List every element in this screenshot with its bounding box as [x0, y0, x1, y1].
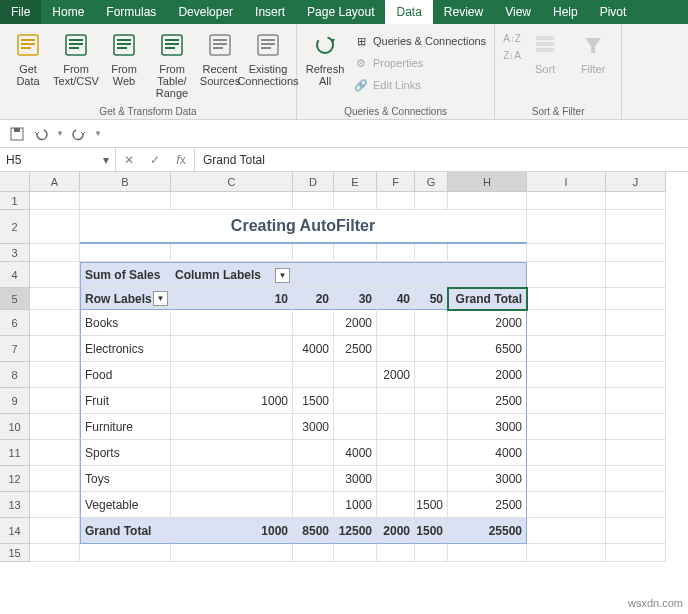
data-cell[interactable] [171, 466, 293, 492]
data-cell[interactable] [415, 466, 448, 492]
cell[interactable] [171, 244, 293, 262]
data-cell[interactable] [334, 414, 377, 440]
row-header[interactable]: 4 [0, 262, 30, 288]
cell[interactable] [377, 192, 415, 210]
column-header[interactable]: F [377, 172, 415, 192]
column-header[interactable]: G [415, 172, 448, 192]
cell[interactable] [606, 388, 666, 414]
row-header[interactable]: 12 [0, 466, 30, 492]
cell[interactable] [30, 518, 80, 544]
column-header[interactable]: C [171, 172, 293, 192]
tab-formulas[interactable]: Formulas [95, 0, 167, 24]
row-label[interactable]: Vegetable [80, 492, 171, 518]
data-cell[interactable]: 4000 [334, 440, 377, 466]
tab-file[interactable]: File [0, 0, 41, 24]
row-label[interactable]: Electronics [80, 336, 171, 362]
cell[interactable] [30, 362, 80, 388]
grand-total-row-label[interactable]: Grand Total [80, 518, 171, 544]
row-header[interactable]: 13 [0, 492, 30, 518]
row-total[interactable]: 2500 [448, 492, 527, 518]
from-table-range-button[interactable]: From Table/Range [148, 27, 196, 99]
data-cell[interactable]: 3000 [334, 466, 377, 492]
row-label[interactable]: Toys [80, 466, 171, 492]
column-header[interactable]: I [527, 172, 606, 192]
row-header[interactable]: 1 [0, 192, 30, 210]
cell[interactable] [293, 244, 334, 262]
cell[interactable] [30, 440, 80, 466]
cell[interactable] [334, 544, 377, 562]
row-total[interactable]: 4000 [448, 440, 527, 466]
filter-dropdown[interactable]: ▼ [275, 268, 290, 283]
data-cell[interactable] [171, 440, 293, 466]
row-total[interactable]: 3000 [448, 414, 527, 440]
cell[interactable] [377, 244, 415, 262]
data-cell[interactable] [171, 492, 293, 518]
queries-connections-button[interactable]: ⊞Queries & Connections [349, 31, 490, 51]
data-cell[interactable] [415, 362, 448, 388]
data-cell[interactable] [415, 336, 448, 362]
row-label[interactable]: Sports [80, 440, 171, 466]
spreadsheet-grid[interactable]: ABCDEFGHIJ12Creating AutoFilter34Sum of … [0, 172, 688, 562]
sort-desc-button[interactable]: Z↓A [499, 48, 521, 63]
save-button[interactable] [8, 125, 26, 143]
cell[interactable] [606, 518, 666, 544]
name-box[interactable]: H5▾ [0, 148, 116, 171]
cell[interactable] [30, 492, 80, 518]
cell[interactable] [293, 262, 334, 288]
cell[interactable] [606, 440, 666, 466]
cell[interactable] [30, 244, 80, 262]
cell[interactable] [415, 544, 448, 562]
data-cell[interactable] [293, 440, 334, 466]
col-header[interactable]: 10 [171, 288, 293, 310]
cell[interactable] [527, 288, 606, 310]
cell[interactable] [80, 244, 171, 262]
data-cell[interactable] [377, 414, 415, 440]
cell[interactable] [606, 288, 666, 310]
cell[interactable] [30, 288, 80, 310]
grand-total-header[interactable]: Grand Total [448, 288, 527, 310]
cell[interactable] [334, 262, 377, 288]
from-web-button[interactable]: FromWeb [100, 27, 148, 87]
tab-home[interactable]: Home [41, 0, 95, 24]
row-label[interactable]: Fruit [80, 388, 171, 414]
data-cell[interactable] [377, 310, 415, 336]
grand-col-total[interactable]: 1000 [171, 518, 293, 544]
tab-insert[interactable]: Insert [244, 0, 296, 24]
cell[interactable] [415, 192, 448, 210]
data-cell[interactable] [171, 414, 293, 440]
filter-button[interactable]: Filter [569, 27, 617, 75]
cell[interactable] [527, 518, 606, 544]
data-cell[interactable] [415, 310, 448, 336]
refresh-all-button[interactable]: Refresh All [301, 27, 349, 87]
row-header[interactable]: 11 [0, 440, 30, 466]
row-labels[interactable]: Row Labels▼ [80, 288, 171, 310]
row-header[interactable]: 5 [0, 288, 30, 310]
undo-button[interactable] [32, 125, 50, 143]
fx-button[interactable]: fx [168, 153, 194, 167]
data-cell[interactable] [334, 388, 377, 414]
data-cell[interactable]: 2000 [334, 310, 377, 336]
cell[interactable] [30, 192, 80, 210]
cell[interactable] [527, 440, 606, 466]
cell[interactable] [606, 544, 666, 562]
data-cell[interactable]: 4000 [293, 336, 334, 362]
tab-view[interactable]: View [494, 0, 542, 24]
column-header[interactable]: A [30, 172, 80, 192]
cell[interactable] [527, 544, 606, 562]
row-header[interactable]: 7 [0, 336, 30, 362]
tab-page layout[interactable]: Page Layout [296, 0, 385, 24]
row-header[interactable]: 14 [0, 518, 30, 544]
row-header[interactable]: 9 [0, 388, 30, 414]
cell[interactable] [606, 362, 666, 388]
cell[interactable] [30, 336, 80, 362]
grand-col-total[interactable]: 1500 [415, 518, 448, 544]
cell[interactable] [334, 244, 377, 262]
from-text-csv-button[interactable]: FromText/CSV [52, 27, 100, 87]
column-header[interactable] [0, 172, 30, 192]
cell[interactable] [415, 262, 448, 288]
tab-developer[interactable]: Developer [167, 0, 244, 24]
data-cell[interactable] [377, 388, 415, 414]
row-total[interactable]: 3000 [448, 466, 527, 492]
cell[interactable] [606, 244, 666, 262]
cell[interactable] [606, 262, 666, 288]
